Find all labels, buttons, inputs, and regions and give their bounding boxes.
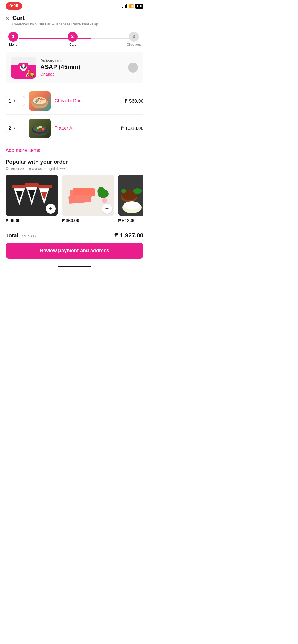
item-image-2 xyxy=(29,119,51,138)
step-1-label: Menu xyxy=(9,43,17,47)
popular-item-image-2: + xyxy=(62,175,114,216)
delivery-toggle[interactable] xyxy=(128,63,138,73)
popular-title: Popular with your order xyxy=(6,159,143,165)
svg-point-16 xyxy=(43,99,45,100)
svg-point-14 xyxy=(35,101,38,103)
delivery-info: Delivery time ASAP (45min) Change xyxy=(40,58,124,77)
svg-point-24 xyxy=(42,128,44,130)
item-price-1: ₱ 560.00 xyxy=(125,98,143,104)
qty-value-2: 2 xyxy=(9,125,11,131)
svg-rect-34 xyxy=(12,185,26,188)
step-2-circle: 2 xyxy=(68,32,78,42)
svg-point-5 xyxy=(24,67,25,69)
svg-point-43 xyxy=(102,198,107,203)
cart-item-2: 2 ▾ Platter A ₱ 1,318.00 xyxy=(6,115,143,142)
qty-selector-1[interactable]: 1 ▾ xyxy=(6,96,25,106)
popular-item-3-price: ₱ 612.00 xyxy=(118,218,143,223)
step-2-label: Cart xyxy=(69,43,76,47)
popular-item-1: ITO + ₱ 99.00 xyxy=(6,175,58,223)
status-icons: 📶 100 xyxy=(122,4,143,9)
item-price-2: ₱ 1,318.00 xyxy=(121,125,143,131)
home-bar xyxy=(58,266,91,267)
step-menu: 1 Menu xyxy=(8,32,18,47)
svg-rect-36 xyxy=(38,185,52,188)
popular-item-1-price: ₱ 99.00 xyxy=(6,218,58,223)
step-cart: 2 Cart xyxy=(68,32,78,47)
total-vat-label: (incl. VAT) xyxy=(20,234,36,238)
status-bar: 9:00 📶 100 xyxy=(0,0,149,12)
svg-text:ITO: ITO xyxy=(17,196,21,198)
step-1-circle: 1 xyxy=(8,32,18,42)
popular-items-list: ITO + ₱ 99.00 xyxy=(6,175,143,223)
total-label: Total xyxy=(6,232,18,238)
item-name-1: Chirashi Don xyxy=(55,98,121,104)
svg-point-23 xyxy=(35,128,38,131)
svg-point-49 xyxy=(121,189,126,193)
total-amount: ₱ 1,927.00 xyxy=(114,232,143,239)
svg-point-12 xyxy=(38,98,40,99)
popular-section: Popular with your order Other customers … xyxy=(0,159,149,228)
progress-bar: 1 Menu 2 Cart 3 Checkout xyxy=(0,29,149,51)
svg-point-4 xyxy=(22,67,23,69)
svg-point-51 xyxy=(124,201,140,210)
svg-point-48 xyxy=(133,188,142,194)
cart-items: 1 ▾ Chirashi Don ₱ 560.00 2 xyxy=(0,87,149,142)
delivery-illustration: 🛵 xyxy=(11,57,36,79)
step-3-circle: 3 xyxy=(129,32,139,42)
add-more-items-button[interactable]: Add more items xyxy=(0,142,46,159)
svg-point-25 xyxy=(38,126,41,128)
popular-item-3: ₱ 612.00 xyxy=(118,175,143,223)
home-indicator xyxy=(0,263,149,269)
total-bar: Total (incl. VAT) ₱ 1,927.00 xyxy=(0,228,149,243)
steps: 1 Menu 2 Cart 3 Checkout xyxy=(8,32,141,47)
step-checkout: 3 Checkout xyxy=(127,32,141,47)
wifi-icon: 📶 xyxy=(129,4,134,8)
review-payment-button[interactable]: Review payment and address xyxy=(6,243,143,259)
header-text: Cart Overtones Ito Sushi Bar & Japanese … xyxy=(12,14,101,26)
delivery-card: 🛵 Delivery time ASAP (45min) Change xyxy=(6,52,143,83)
close-button[interactable]: × xyxy=(6,15,9,22)
chevron-down-icon-1: ▾ xyxy=(14,99,15,103)
status-time: 9:00 xyxy=(6,2,22,10)
qty-value-1: 1 xyxy=(9,98,11,104)
battery-icon: 100 xyxy=(135,4,143,9)
change-delivery-button[interactable]: Change xyxy=(40,72,55,76)
total-label-group: Total (incl. VAT) xyxy=(6,232,36,239)
popular-item-image-3 xyxy=(118,175,143,216)
svg-point-22 xyxy=(38,128,42,131)
svg-point-15 xyxy=(40,101,41,102)
popular-item-2: + ₱ 360.00 xyxy=(62,175,114,223)
cart-item-1: 1 ▾ Chirashi Don ₱ 560.00 xyxy=(6,87,143,115)
signal-icon xyxy=(122,4,127,8)
rider-icon: 🛵 xyxy=(25,68,35,77)
qty-selector-2[interactable]: 2 ▾ xyxy=(6,124,25,133)
popular-item-image-1: ITO + xyxy=(6,175,58,216)
delivery-time-value: ASAP (45min) xyxy=(40,63,124,71)
step-3-label: Checkout xyxy=(127,43,141,47)
header: × Cart Overtones Ito Sushi Bar & Japanes… xyxy=(0,12,149,29)
svg-rect-35 xyxy=(25,183,39,187)
item-image-1 xyxy=(29,91,51,111)
popular-subtitle: Other customers also bought these xyxy=(6,166,143,171)
page-title: Cart xyxy=(12,14,101,22)
delivery-time-label: Delivery time xyxy=(40,58,124,63)
restaurant-name: Overtones Ito Sushi Bar & Japanese Resta… xyxy=(12,22,101,26)
chevron-down-icon-2: ▾ xyxy=(14,126,15,130)
popular-item-2-price: ₱ 360.00 xyxy=(62,218,114,223)
svg-point-6 xyxy=(23,68,24,69)
item-name-2: Platter A xyxy=(55,125,117,131)
